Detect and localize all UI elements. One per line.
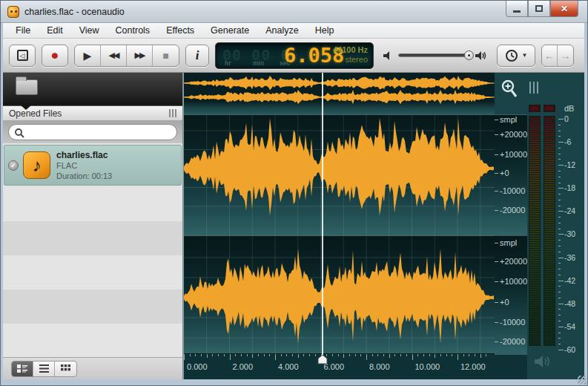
info-button[interactable]: i	[185, 45, 209, 67]
volume-high-icon	[475, 50, 488, 62]
meter-grip-icon[interactable]	[529, 82, 540, 94]
amp-ruler-2: smpl+20000+10000+0-10000-20000	[495, 236, 527, 355]
menu-effects[interactable]: Effects	[158, 24, 202, 37]
file-duration: Duration: 00:13	[56, 171, 112, 181]
nav-back-button[interactable]: ←	[542, 45, 558, 66]
search-box[interactable]	[8, 124, 177, 140]
transport-group: ▶ ◀◀ ▶▶ ■	[74, 45, 179, 67]
menu-edit[interactable]: Edit	[39, 24, 71, 37]
list-row	[3, 324, 182, 357]
info-icon: i	[196, 48, 199, 63]
list-row	[3, 221, 182, 255]
unit-hr: hr	[225, 59, 231, 67]
menu-file[interactable]: File	[7, 24, 39, 37]
volume-control	[383, 50, 488, 62]
peak-indicator-right	[544, 105, 555, 112]
maximize-icon	[535, 5, 543, 12]
check-icon: ✓	[8, 160, 19, 171]
window-title: charlies.flac - ocenaudio	[24, 7, 125, 17]
waveform-editor: 0.0002.0004.0006.0008.00010.00012.000 sm…	[183, 73, 584, 379]
amplitude-ruler: smpl+20000+10000+0-10000-20000 smpl+2000…	[495, 73, 527, 379]
file-format: FLAC	[56, 160, 112, 171]
menu-generate[interactable]: Generate	[202, 24, 257, 37]
go-to-start-button[interactable]: ◁	[9, 45, 36, 67]
minimize-button[interactable]	[506, 1, 528, 17]
time-display: 00 00 0 6.058 hr min sec 44100 Hz stereo	[215, 42, 374, 69]
search-icon	[14, 128, 24, 138]
stop-button[interactable]: ■	[153, 45, 179, 66]
stop-icon: ■	[162, 50, 168, 62]
arrow-right-icon: →	[561, 50, 571, 62]
volume-slider-knob[interactable]	[464, 50, 474, 60]
app-icon	[7, 6, 19, 18]
monitor-speaker-icon[interactable]	[533, 353, 552, 370]
search-input[interactable]	[28, 127, 154, 137]
grid-view-button[interactable]	[55, 362, 76, 376]
menu-view[interactable]: View	[71, 24, 108, 37]
playhead-marker[interactable]	[317, 355, 328, 364]
waveform-channel-2[interactable]	[184, 236, 495, 355]
unit-sec: sec	[280, 59, 290, 67]
menu-analyze[interactable]: Analyze	[257, 24, 306, 37]
fast-forward-icon: ▶▶	[135, 50, 145, 60]
overview-strip[interactable]	[184, 73, 495, 115]
rewind-icon: ◀◀	[109, 50, 119, 60]
list-row	[3, 290, 182, 324]
ruler-footer	[495, 355, 527, 379]
history-nav-group: ← →	[541, 45, 574, 67]
detail-view-button[interactable]	[12, 362, 33, 376]
record-button[interactable]: ●	[42, 45, 68, 67]
maximize-button[interactable]	[528, 1, 550, 17]
clock-icon	[505, 49, 518, 62]
ruler-header	[495, 73, 527, 115]
record-icon: ●	[51, 48, 59, 63]
sidebar-tab-strip	[3, 73, 182, 105]
menu-bar: File Edit View Controls Effects Generate…	[3, 23, 584, 39]
arrow-left-icon: ←	[544, 50, 555, 62]
close-button[interactable]: ✕	[550, 1, 578, 17]
waveform-view: 0.0002.0004.0006.0008.00010.00012.000	[183, 73, 495, 379]
menu-controls[interactable]: Controls	[108, 24, 159, 37]
grid-view-icon	[61, 364, 70, 373]
view-mode-group	[11, 361, 77, 377]
waveform-channel-1[interactable]	[184, 115, 495, 236]
fast-forward-button[interactable]: ▶▶	[127, 45, 153, 66]
opened-files-list: ✓ ♪ charlies.flac FLAC Duration: 00:13	[3, 143, 182, 357]
resize-grip[interactable]	[578, 376, 587, 385]
file-list-item[interactable]: ✓ ♪ charlies.flac FLAC Duration: 00:13	[4, 145, 182, 186]
panel-title: Opened Files	[9, 108, 62, 119]
audio-file-icon: ♪	[23, 151, 50, 179]
panel-grip-icon[interactable]	[169, 109, 176, 117]
nav-forward-button[interactable]: →	[558, 45, 573, 66]
list-view-icon	[39, 364, 49, 373]
search-row	[3, 121, 182, 143]
amp-ruler-1: smpl+20000+10000+0-10000-20000	[495, 115, 527, 236]
sidebar-footer	[3, 357, 182, 379]
unit-min: min	[253, 59, 264, 67]
zoom-icon[interactable]	[501, 79, 518, 99]
play-button[interactable]: ▶	[75, 45, 101, 66]
playhead[interactable]	[322, 73, 323, 356]
sidebar: Opened Files ✓ ♪ charlies.flac	[3, 73, 183, 379]
sample-rate: 44100 Hz	[333, 45, 368, 55]
opened-files-folder-icon[interactable]	[16, 79, 38, 95]
level-meters-panel: dB 0-6-12-18-24-30-36-42-48-54-60	[527, 73, 584, 379]
list-view-button[interactable]	[33, 362, 55, 376]
skip-to-start-icon: ◁	[17, 50, 28, 61]
minimize-icon	[513, 10, 521, 13]
active-tab-notch	[21, 105, 31, 110]
time-ruler[interactable]: 0.0002.0004.0006.0008.00010.00012.000	[184, 353, 495, 379]
play-icon: ▶	[84, 50, 92, 62]
time-format-button[interactable]: ▼	[497, 45, 535, 67]
detail-view-icon	[17, 364, 27, 373]
list-row	[3, 187, 182, 221]
rewind-button[interactable]: ◀◀	[101, 45, 127, 66]
menu-help[interactable]: Help	[307, 24, 343, 37]
channel-mode: stereo	[333, 55, 368, 65]
file-name: charlies.flac	[56, 150, 112, 160]
close-icon: ✕	[561, 4, 568, 14]
title-bar: charlies.flac - ocenaudio ✕	[1, 1, 587, 23]
main-toolbar: ◁ ● ▶ ◀◀ ▶▶ ■ i 00 00 0 6.058 hr min sec…	[3, 39, 584, 73]
db-unit-label: dB	[564, 104, 574, 113]
volume-slider[interactable]	[398, 53, 472, 57]
